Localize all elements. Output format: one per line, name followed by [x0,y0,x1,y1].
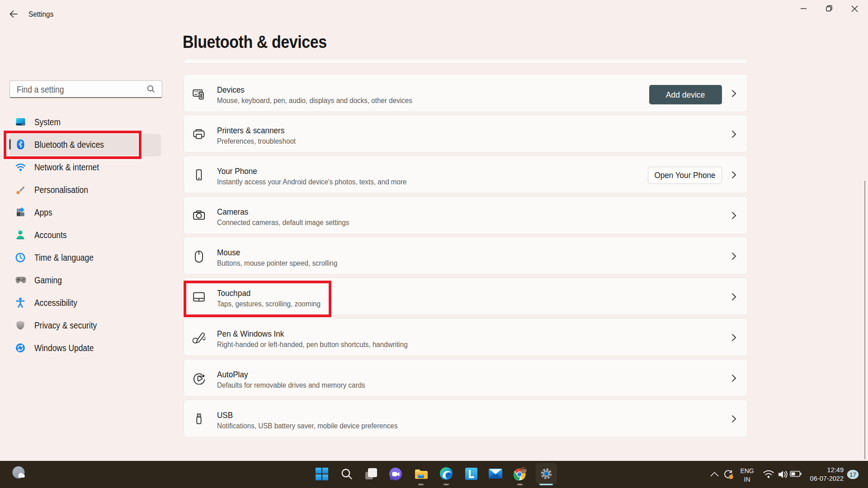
svg-text:17: 17 [849,471,856,478]
svg-text:12:49: 12:49 [827,466,844,473]
svg-text:ENG: ENG [740,467,754,474]
svg-text:06-07-2022: 06-07-2022 [810,475,844,482]
svg-text:IN: IN [744,476,750,483]
